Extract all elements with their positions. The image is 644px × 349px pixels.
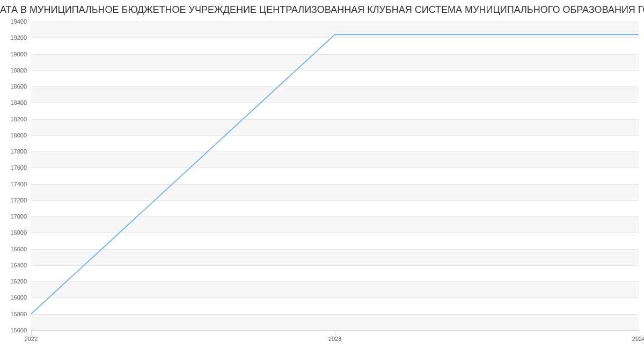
y-tick-label: 17800: [10, 148, 27, 155]
y-tick-label: 17200: [10, 197, 27, 203]
y-tick-label: 18400: [10, 99, 27, 106]
x-tick-label: 2024: [632, 336, 644, 342]
y-tick-label: 15600: [10, 327, 27, 333]
y-tick-label: 16200: [10, 278, 27, 285]
x-tick-mark: [639, 330, 639, 336]
y-tick-label: 15800: [10, 311, 27, 317]
y-tick-label: 16600: [10, 246, 27, 252]
y-tick-label: 19000: [10, 51, 27, 57]
y-tick-label: 17600: [10, 164, 27, 171]
y-tick-label: 19400: [10, 18, 27, 25]
y-tick-label: 18200: [10, 116, 27, 122]
x-tick-mark: [31, 330, 32, 336]
y-tick-label: 17000: [10, 213, 27, 220]
y-tick-label: 16000: [10, 294, 27, 301]
chart-container: АТА В МУНИЦИПАЛЬНОЕ БЮДЖЕТНОЕ УЧРЕЖДЕНИЕ…: [0, 0, 644, 349]
y-tick-label: 18600: [10, 83, 27, 90]
data-line: [31, 34, 639, 314]
x-tick-label: 2022: [25, 336, 38, 342]
x-tick-label: 2023: [328, 336, 341, 342]
y-tick-label: 18800: [10, 67, 27, 74]
y-tick-label: 16400: [10, 262, 27, 268]
series-layer: [31, 21, 639, 330]
y-tick-label: 19200: [10, 34, 27, 41]
x-tick-mark: [335, 330, 335, 336]
chart-title: АТА В МУНИЦИПАЛЬНОЕ БЮДЖЕТНОЕ УЧРЕЖДЕНИЕ…: [0, 4, 644, 16]
y-tick-label: 17400: [10, 181, 27, 187]
y-tick-label: 18000: [10, 132, 27, 139]
y-tick-label: 16800: [10, 229, 27, 236]
plot-area: 1560015800160001620016400166001680017000…: [31, 21, 639, 330]
